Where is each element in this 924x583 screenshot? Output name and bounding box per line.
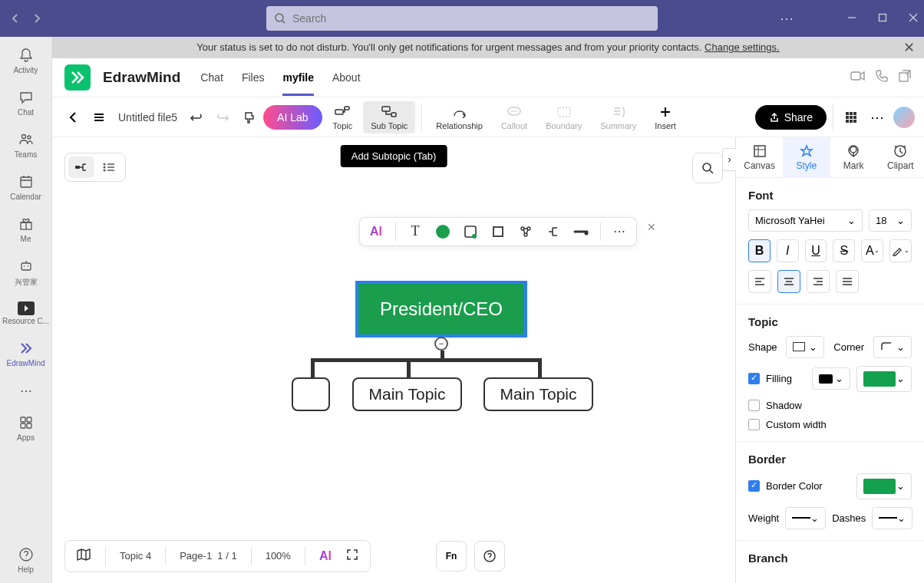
insert-button[interactable]: Insert bbox=[647, 101, 684, 133]
panel-tab-clipart[interactable]: Clipart bbox=[877, 137, 924, 177]
notification-close-icon[interactable]: ✕ bbox=[903, 39, 915, 56]
more-menu-icon[interactable]: ⋯ bbox=[780, 10, 795, 27]
help-button[interactable] bbox=[474, 541, 505, 571]
font-size-select[interactable]: 18⌄ bbox=[869, 209, 912, 232]
canvas-search-button[interactable] bbox=[692, 153, 723, 183]
dashes-select[interactable]: ⌄ bbox=[872, 507, 912, 529]
tab-files[interactable]: Files bbox=[242, 59, 265, 96]
ai-bottom-icon[interactable]: AI bbox=[319, 549, 332, 563]
align-center-button[interactable] bbox=[777, 270, 800, 293]
zoom-level[interactable]: 100% bbox=[266, 550, 291, 562]
align-right-button[interactable] bbox=[807, 270, 830, 293]
video-call-icon[interactable] bbox=[850, 69, 866, 86]
root-node[interactable]: President/CEO bbox=[355, 281, 527, 338]
shape-icon[interactable] bbox=[462, 223, 479, 240]
collapse-panel-button[interactable]: › bbox=[722, 148, 736, 171]
border-color-checkbox[interactable] bbox=[748, 480, 760, 492]
filling-checkbox[interactable] bbox=[748, 373, 760, 384]
rail-apps[interactable]: Apps bbox=[0, 410, 51, 445]
tab-myfile[interactable]: myfile bbox=[282, 59, 313, 96]
align-left-button[interactable] bbox=[748, 270, 771, 293]
relationship-button[interactable]: Relationship bbox=[428, 101, 490, 133]
file-name[interactable]: Untitled file5 bbox=[114, 107, 182, 128]
rail-calendar[interactable]: Calendar bbox=[0, 170, 51, 204]
panel-tab-canvas[interactable]: Canvas bbox=[736, 137, 783, 177]
fn-button[interactable]: Fn bbox=[436, 541, 467, 571]
tab-about[interactable]: About bbox=[332, 59, 361, 96]
collapse-toggle-icon[interactable]: − bbox=[434, 337, 448, 351]
user-avatar[interactable] bbox=[893, 107, 915, 128]
rail-chat[interactable]: Chat bbox=[0, 85, 51, 120]
panel-tab-style[interactable]: Style bbox=[783, 137, 830, 177]
page-indicator[interactable]: Page-1 1 / 1 bbox=[180, 550, 236, 562]
mindmap-view-button[interactable] bbox=[68, 156, 94, 178]
strike-button[interactable]: S bbox=[833, 239, 855, 262]
bold-button[interactable]: B bbox=[748, 239, 771, 262]
highlight-button[interactable]: ⌄ bbox=[889, 239, 912, 262]
corner-select[interactable]: ⌄ bbox=[873, 336, 912, 358]
menu-button[interactable] bbox=[87, 106, 111, 129]
underline-button[interactable]: U bbox=[805, 239, 827, 262]
rail-help[interactable]: Help bbox=[0, 542, 51, 577]
ai-icon[interactable]: AI bbox=[368, 223, 384, 240]
sub-node-1[interactable] bbox=[292, 377, 330, 411]
back-button[interactable] bbox=[61, 106, 84, 129]
rail-resource[interactable]: Resource C... bbox=[0, 298, 51, 328]
border-icon[interactable] bbox=[490, 223, 507, 240]
fullscreen-icon[interactable] bbox=[345, 548, 359, 564]
fill-color-icon[interactable] bbox=[434, 223, 451, 240]
shape-select[interactable]: ⌄ bbox=[786, 336, 824, 358]
tab-chat[interactable]: Chat bbox=[200, 59, 223, 96]
rail-teams[interactable]: Teams bbox=[0, 127, 51, 162]
sub-node-3[interactable]: Main Topic bbox=[483, 377, 593, 411]
topic-button[interactable]: Topic bbox=[325, 101, 361, 133]
callout-button[interactable]: Callout bbox=[493, 101, 535, 133]
ai-lab-button[interactable]: AI Lab bbox=[263, 105, 322, 130]
share-button[interactable]: Share bbox=[755, 105, 827, 130]
summary-button[interactable]: Summary bbox=[592, 101, 644, 133]
branch-style-icon[interactable] bbox=[573, 223, 589, 240]
map-icon[interactable] bbox=[76, 548, 91, 564]
subtopic-button[interactable]: Sub Topic bbox=[363, 101, 415, 133]
outline-view-button[interactable] bbox=[96, 156, 122, 178]
more-float-icon[interactable]: ⋯ bbox=[612, 223, 629, 240]
border-color-select[interactable]: ⌄ bbox=[856, 473, 912, 499]
rail-edrawmind[interactable]: EdrawMind bbox=[0, 336, 51, 371]
fill-style-select[interactable]: ⌄ bbox=[812, 367, 850, 390]
more-options-button[interactable]: ⋯ bbox=[866, 104, 890, 130]
maximize-icon[interactable] bbox=[878, 12, 887, 25]
change-settings-link[interactable]: Change settings. bbox=[705, 41, 780, 53]
shadow-checkbox[interactable] bbox=[748, 400, 760, 411]
popup-icon[interactable] bbox=[898, 69, 912, 86]
rail-activity[interactable]: Activity bbox=[0, 43, 51, 77]
rail-xingguanjia[interactable]: 兴管家 bbox=[0, 254, 51, 291]
global-search[interactable] bbox=[266, 6, 658, 31]
font-family-select[interactable]: Microsoft YaHei⌄ bbox=[748, 209, 863, 232]
rail-more[interactable]: ⋯ bbox=[0, 378, 51, 403]
custom-width-checkbox[interactable] bbox=[748, 419, 760, 430]
format-painter-button[interactable] bbox=[237, 106, 260, 129]
font-color-button[interactable]: A⌄ bbox=[861, 239, 883, 262]
close-icon[interactable] bbox=[909, 12, 918, 25]
italic-button[interactable]: I bbox=[777, 239, 799, 262]
branch-icon[interactable] bbox=[545, 223, 562, 240]
link-icon[interactable] bbox=[517, 223, 534, 240]
nav-back-icon[interactable] bbox=[6, 9, 25, 28]
align-justify-button[interactable] bbox=[836, 270, 859, 293]
undo-button[interactable] bbox=[185, 106, 208, 129]
boundary-button[interactable]: Boundary bbox=[538, 101, 589, 133]
nav-forward-icon[interactable] bbox=[28, 9, 46, 28]
panel-tab-mark[interactable]: Mark bbox=[830, 137, 877, 177]
phone-icon[interactable] bbox=[875, 69, 889, 86]
canvas[interactable]: Add Subtopic (Tab) AI T ⋯ ✕ bbox=[52, 137, 735, 583]
fill-color-select[interactable]: ⌄ bbox=[856, 366, 912, 392]
grid-view-button[interactable] bbox=[840, 106, 863, 129]
sub-node-2[interactable]: Main Topic bbox=[352, 377, 462, 411]
rail-me[interactable]: Me bbox=[0, 212, 51, 246]
text-icon[interactable]: T bbox=[407, 223, 424, 240]
minimize-icon[interactable] bbox=[847, 12, 856, 25]
redo-button[interactable] bbox=[211, 106, 234, 129]
weight-select[interactable]: ⌄ bbox=[785, 507, 826, 529]
search-input[interactable] bbox=[292, 12, 650, 25]
close-float-icon[interactable]: ✕ bbox=[647, 221, 656, 233]
